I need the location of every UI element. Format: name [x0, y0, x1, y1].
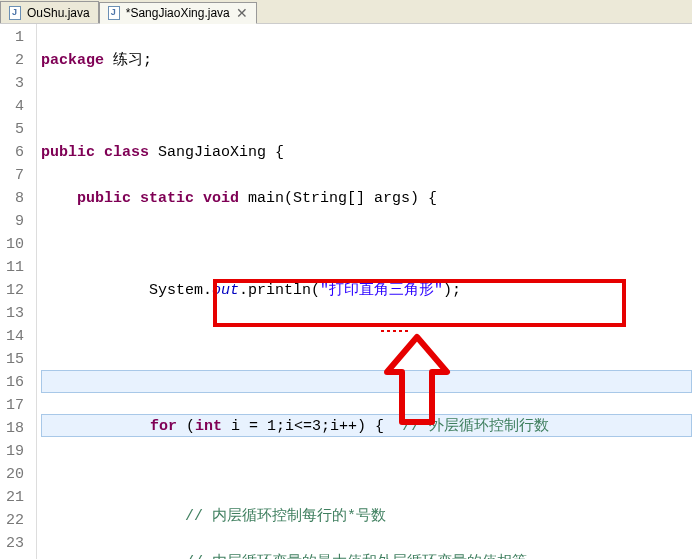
field: out: [212, 282, 239, 299]
java-file-icon: [108, 6, 122, 20]
line-number: 17: [6, 394, 24, 417]
line-number: 4: [6, 95, 24, 118]
line-number: 12: [6, 279, 24, 302]
line-number: 22: [6, 509, 24, 532]
line-gutter: 1 2 3 4 5 6 7 8 9 10 11 12 13 14 15 16 1…: [0, 24, 37, 559]
java-file-icon: [9, 6, 23, 20]
tab-label: *SangJiaoXing.java: [126, 6, 230, 20]
editor-tabbar: OuShu.java *SangJiaoXing.java ✕: [0, 0, 692, 24]
line-number: 6: [6, 141, 24, 164]
line-number: 19: [6, 440, 24, 463]
code-text: [41, 508, 185, 525]
string: "打印直角三角形": [320, 282, 443, 299]
line-number: 20: [6, 463, 24, 486]
line-number: 7: [6, 164, 24, 187]
code-text: [42, 418, 150, 435]
keyword: for: [150, 418, 177, 435]
code-text: main(String[] args) {: [239, 190, 437, 207]
line-number: 15: [6, 348, 24, 371]
line-number: 21: [6, 486, 24, 509]
code-area[interactable]: package 练习; public class SangJiaoXing { …: [37, 24, 692, 559]
line-number: 2: [6, 49, 24, 72]
line-number: 14: [6, 325, 24, 348]
keyword: int: [195, 418, 222, 435]
code-text: );: [443, 282, 461, 299]
line-number: 10: [6, 233, 24, 256]
line-number: 11: [6, 256, 24, 279]
line-number: 23: [6, 532, 24, 555]
line-number: 18: [6, 417, 24, 440]
keyword: public static void: [41, 190, 239, 207]
line-number: 13: [6, 302, 24, 325]
line-number: 1: [6, 26, 24, 49]
code-text: .println(: [239, 282, 320, 299]
editor-pane: 1 2 3 4 5 6 7 8 9 10 11 12 13 14 15 16 1…: [0, 24, 692, 559]
keyword: package: [41, 52, 104, 69]
line-number: 5: [6, 118, 24, 141]
code-text: System.: [41, 282, 212, 299]
tab-sangjiaoxing[interactable]: *SangJiaoXing.java ✕: [99, 2, 257, 24]
comment: // 内层循环控制每行的*号数: [185, 508, 386, 525]
comment: // 内层循环变量的最大值和外层循环变量的值相等: [185, 554, 527, 559]
tab-label: OuShu.java: [27, 6, 90, 20]
close-icon[interactable]: ✕: [236, 5, 248, 21]
code-text: SangJiaoXing {: [149, 144, 284, 161]
code-text: [41, 554, 185, 559]
code-text: i = 1;i<=3;i++) {: [222, 418, 402, 435]
line-number: 3: [6, 72, 24, 95]
line-number: 16: [6, 371, 24, 394]
code-text: (: [177, 418, 195, 435]
code-text: 练习;: [104, 52, 152, 69]
comment: // 外层循环控制行数: [402, 418, 549, 435]
line-number: 9: [6, 210, 24, 233]
keyword: public class: [41, 144, 149, 161]
tab-oushu[interactable]: OuShu.java: [0, 1, 99, 23]
line-number: 8: [6, 187, 24, 210]
